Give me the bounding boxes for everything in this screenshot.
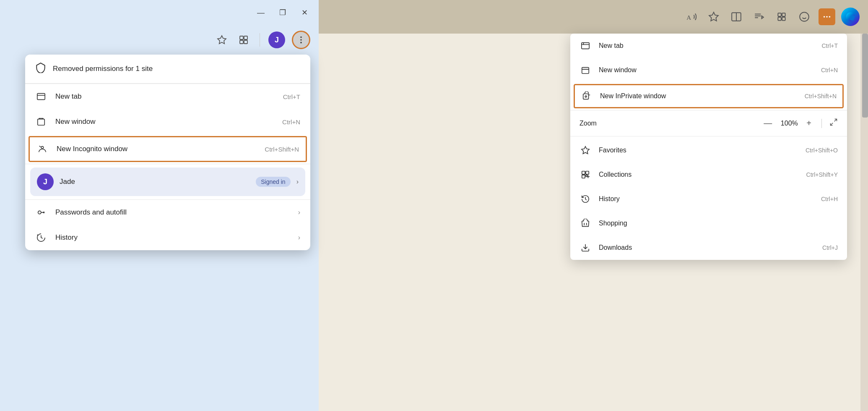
svg-point-40: [585, 96, 587, 97]
left-titlebar: — ❐ ✕: [0, 0, 319, 25]
svg-point-32: [826, 16, 828, 18]
left-new-tab-item[interactable]: New tab Ctrl+T: [25, 84, 310, 109]
right-new-inprivate-item[interactable]: New InPrivate window Ctrl+Shift+N: [574, 84, 844, 108]
permission-text: Removed permissions for 1 site: [53, 65, 153, 73]
new-tab-label: New tab: [55, 92, 275, 101]
right-history-item[interactable]: History Ctrl+H: [570, 187, 847, 211]
svg-rect-46: [586, 171, 589, 174]
right-favorites-icon: [580, 144, 591, 156]
shield-icon: [35, 62, 46, 76]
svg-rect-1: [240, 36, 243, 39]
profile-arrow-icon: ›: [296, 178, 299, 186]
svg-marker-0: [218, 36, 226, 44]
left-new-window-item[interactable]: New window Ctrl+N: [25, 109, 310, 134]
minimize-button[interactable]: —: [255, 7, 267, 18]
svg-rect-8: [37, 94, 45, 100]
history-icon: [35, 232, 47, 243]
right-inprivate-icon: [581, 90, 593, 102]
right-downloads-item[interactable]: Downloads Ctrl+J: [570, 236, 847, 260]
passwords-arrow-icon: ›: [298, 209, 300, 216]
svg-rect-39: [583, 94, 589, 99]
user-avatar[interactable]: J: [268, 31, 285, 48]
close-button[interactable]: ✕: [299, 7, 310, 18]
svg-point-7: [300, 42, 302, 44]
permission-bar: Removed permissions for 1 site: [25, 55, 310, 84]
svg-line-42: [834, 119, 837, 122]
restore-button[interactable]: ❐: [277, 7, 288, 18]
right-new-tab-icon: [580, 40, 591, 52]
bookmark-icon[interactable]: [214, 32, 229, 47]
svg-rect-45: [582, 171, 585, 174]
right-new-tab-label: New tab: [599, 42, 814, 50]
collections-icon[interactable]: [773, 8, 790, 25]
svg-rect-3: [240, 40, 243, 44]
svg-rect-25: [778, 13, 781, 16]
settings-more-button[interactable]: [819, 8, 835, 25]
svg-rect-10: [38, 119, 45, 126]
browser-essentials-icon[interactable]: [796, 8, 813, 25]
left-browser-panel: — ❐ ✕ J: [0, 0, 319, 411]
right-favorites-item[interactable]: Favorites Ctrl+Shift+O: [570, 138, 847, 162]
favorites-icon[interactable]: [705, 8, 722, 25]
right-divider-1: [570, 110, 847, 110]
signed-in-badge: Signed in: [256, 177, 290, 187]
zoom-plus-button[interactable]: +: [804, 118, 814, 128]
svg-point-5: [300, 37, 302, 38]
zoom-row: Zoom — 100% +: [570, 112, 847, 134]
zoom-expand-icon[interactable]: [829, 118, 838, 128]
right-collections-item[interactable]: Collections Ctrl+Shift+Y: [570, 162, 847, 187]
right-new-window-icon: [580, 64, 591, 76]
right-new-tab-shortcut: Ctrl+T: [822, 42, 838, 49]
split-screen-icon[interactable]: [728, 8, 745, 25]
right-new-window-label: New window: [599, 66, 813, 74]
zoom-divider: [821, 119, 822, 128]
svg-line-43: [831, 123, 833, 126]
edge-logo[interactable]: [841, 8, 860, 26]
right-collections-shortcut: Ctrl+Shift+Y: [806, 171, 838, 178]
svg-rect-2: [244, 36, 247, 39]
svg-point-13: [38, 211, 41, 214]
reading-list-icon[interactable]: [751, 8, 767, 25]
svg-point-11: [41, 147, 44, 149]
new-window-icon: [35, 116, 47, 128]
read-aloud-icon[interactable]: A: [683, 8, 699, 25]
three-dots-button[interactable]: [292, 31, 310, 49]
scrollbar-thumb[interactable]: [862, 34, 868, 118]
left-history-item[interactable]: History ›: [25, 225, 310, 250]
new-incognito-shortcut: Ctrl+Shift+N: [265, 146, 299, 153]
right-new-window-item[interactable]: New window Ctrl+N: [570, 58, 847, 82]
history-label: History: [55, 233, 290, 242]
left-new-incognito-item[interactable]: New Incognito window Ctrl+Shift+N: [29, 136, 307, 162]
new-incognito-label: New Incognito window: [57, 145, 256, 153]
svg-rect-37: [582, 68, 589, 74]
history-arrow-icon: ›: [298, 234, 300, 241]
right-inprivate-label: New InPrivate window: [600, 92, 797, 100]
right-collections-label: Collections: [599, 171, 799, 178]
right-scrollbar[interactable]: [860, 34, 868, 411]
right-favorites-shortcut: Ctrl+Shift+O: [806, 147, 838, 154]
left-passwords-item[interactable]: Passwords and autofill ›: [25, 200, 310, 225]
right-browser-panel: A: [319, 0, 868, 411]
extensions-icon[interactable]: [236, 32, 251, 47]
right-new-tab-item[interactable]: New tab Ctrl+T: [570, 34, 847, 58]
right-new-window-shortcut: Ctrl+N: [821, 67, 838, 73]
zoom-value: 100%: [779, 120, 800, 127]
zoom-label: Zoom: [580, 120, 761, 127]
left-toolbar: J: [0, 25, 319, 55]
right-shopping-item[interactable]: Shopping: [570, 211, 847, 236]
profile-name: Jade: [60, 178, 250, 186]
new-window-label: New window: [55, 118, 274, 126]
new-window-shortcut: Ctrl+N: [282, 118, 300, 126]
left-dropdown-menu: Removed permissions for 1 site New tab C…: [25, 55, 310, 250]
svg-marker-24: [762, 16, 764, 19]
svg-point-31: [824, 16, 825, 18]
right-history-shortcut: Ctrl+H: [821, 196, 838, 202]
zoom-minus-button[interactable]: —: [761, 118, 774, 128]
svg-point-33: [829, 16, 831, 18]
right-history-icon: [580, 193, 591, 205]
profile-section[interactable]: J Jade Signed in ›: [30, 168, 305, 196]
right-divider-2: [570, 136, 847, 136]
svg-text:A: A: [686, 14, 691, 21]
right-shopping-label: Shopping: [599, 220, 830, 227]
zoom-controls: — 100% +: [761, 118, 838, 128]
